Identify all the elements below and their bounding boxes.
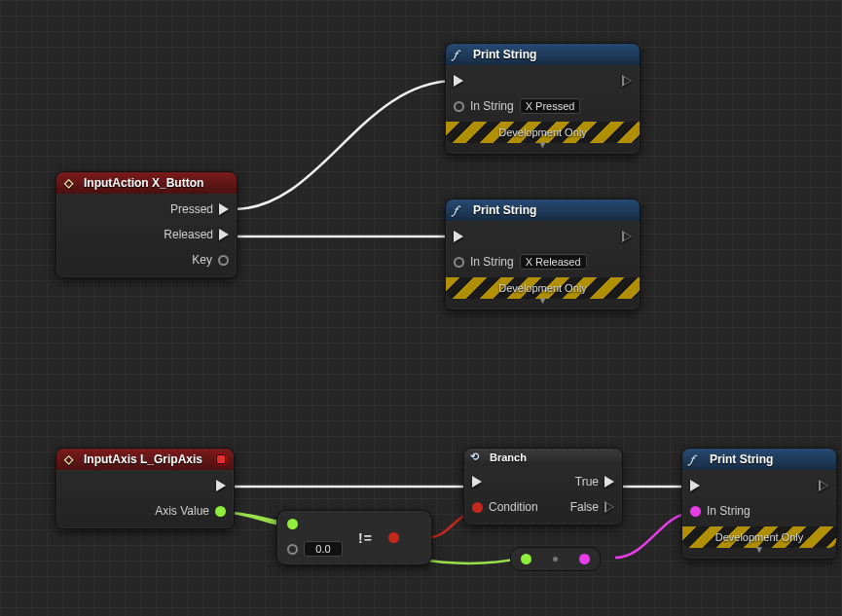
pin-instring-label: In String: [470, 255, 514, 269]
pin-instring[interactable]: [454, 101, 464, 112]
expand-arrow-icon[interactable]: ▼: [454, 139, 632, 150]
pin-released-label: Released: [164, 228, 213, 241]
pin-b-default[interactable]: 0.0: [304, 541, 343, 557]
pin-false-exec[interactable]: [604, 501, 614, 513]
event-icon: [64, 453, 78, 466]
pin-instring[interactable]: [454, 257, 464, 268]
convert-icon: [553, 557, 558, 562]
branch-icon: [470, 451, 484, 464]
node-printstring-axis[interactable]: Print String In String Development Only …: [681, 448, 837, 560]
pin-key[interactable]: [218, 255, 229, 266]
devonly-label: Development Only: [498, 282, 587, 294]
node-convert-float-to-string[interactable]: [510, 547, 601, 571]
node-title: InputAction X_Button: [84, 176, 203, 190]
pin-released-exec[interactable]: [219, 229, 229, 240]
pin-axisvalue[interactable]: [215, 506, 226, 517]
event-icon: [64, 176, 78, 190]
expand-arrow-icon[interactable]: ▼: [690, 544, 828, 555]
node-header[interactable]: Print String: [446, 199, 640, 221]
function-icon: [454, 203, 467, 217]
pin-exec-out[interactable]: [216, 480, 226, 491]
node-header[interactable]: Print String: [682, 449, 836, 470]
pin-instring[interactable]: [690, 506, 701, 517]
node-notequal-float[interactable]: 0.0 !=: [276, 510, 432, 565]
expand-arrow-icon[interactable]: ▼: [454, 295, 632, 306]
pin-condition[interactable]: [472, 502, 483, 513]
pin-exec-out[interactable]: [622, 75, 632, 87]
pin-pressed-label: Pressed: [170, 202, 213, 216]
instring-value[interactable]: X Pressed: [520, 98, 581, 114]
pin-instring-label: In String: [707, 504, 750, 518]
node-title: Print String: [473, 203, 536, 217]
node-header[interactable]: InputAction X_Button: [56, 172, 237, 194]
pin-exec-in[interactable]: [454, 231, 463, 242]
pin-axisvalue-label: Axis Value: [155, 504, 209, 518]
pin-true-exec[interactable]: [604, 476, 614, 488]
node-title: Branch: [490, 452, 527, 463]
pin-exec-out[interactable]: [622, 231, 632, 242]
devonly-label: Development Only: [715, 531, 804, 543]
pin-a-float[interactable]: [287, 519, 298, 529]
pin-true-label: True: [575, 475, 599, 489]
pin-key-label: Key: [192, 253, 212, 267]
pin-exec-in[interactable]: [454, 75, 463, 87]
node-branch[interactable]: Branch True Condition False: [463, 448, 623, 525]
pin-out-string[interactable]: [579, 554, 590, 564]
pin-condition-label: Condition: [489, 500, 538, 514]
node-title: InputAxis L_GripAxis: [84, 453, 202, 466]
pin-false-label: False: [570, 500, 599, 514]
pin-exec-in[interactable]: [690, 480, 700, 491]
pin-b-float[interactable]: [287, 544, 298, 555]
node-title: Print String: [710, 453, 773, 466]
pin-in-float[interactable]: [521, 554, 531, 564]
pin-out-bool[interactable]: [388, 532, 399, 543]
node-header[interactable]: Branch: [464, 449, 622, 466]
pin-exec-in[interactable]: [472, 476, 482, 488]
pin-pressed-exec[interactable]: [219, 203, 229, 215]
function-icon: [690, 453, 704, 466]
node-inputaxis-lgripaxis[interactable]: InputAxis L_GripAxis Axis Value: [55, 448, 235, 529]
node-printstring-released[interactable]: Print String In String X Released Develo…: [445, 199, 641, 310]
breakpoint-icon[interactable]: [216, 454, 226, 464]
node-inputaction-xbutton[interactable]: InputAction X_Button Pressed Released Ke…: [55, 171, 238, 278]
instring-value[interactable]: X Released: [520, 254, 587, 270]
node-printstring-pressed[interactable]: Print String In String X Pressed Develop…: [445, 43, 641, 155]
pin-instring-label: In String: [470, 99, 514, 113]
node-header[interactable]: Print String: [446, 44, 640, 65]
node-title: Print String: [473, 48, 536, 61]
pin-exec-out[interactable]: [819, 480, 828, 491]
node-header[interactable]: InputAxis L_GripAxis: [56, 449, 234, 470]
devonly-label: Development Only: [498, 127, 587, 138]
notequal-icon: !=: [358, 530, 373, 546]
function-icon: [454, 48, 467, 61]
